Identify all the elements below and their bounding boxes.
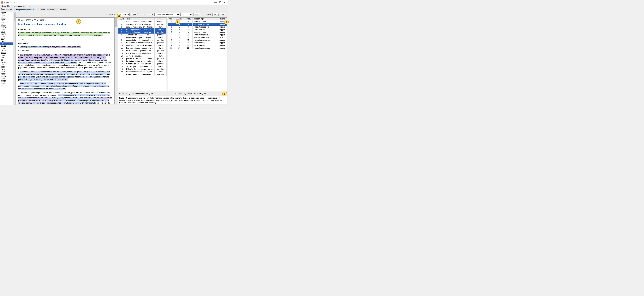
tab[interactable]: Independent Annotation: [14, 8, 36, 12]
document-row[interactable]: 1266: [0, 36, 13, 38]
ac-table[interactable]: AC Id Text Type 1Sería un ahorro de ener…: [118, 18, 167, 91]
tab[interactable]: Evaluation: [56, 8, 68, 12]
document-row[interactable]: 19109: [0, 64, 13, 66]
ac-row[interactable]: 20No es necesario recurrir a ayudas ...c…: [118, 71, 166, 73]
document-row[interactable]: 1419: [0, 40, 13, 43]
ac-header-text: Text: [126, 18, 154, 20]
document-row[interactable]: 19853: [0, 71, 13, 73]
ar-table[interactable]: AR Id AC Id 1 AC Id 2 Relation Type Inte…: [168, 18, 227, 91]
ar-row[interactable]: 71415contrast: oppositionattack: [168, 36, 227, 39]
document-row[interactable]: 2121: [0, 82, 13, 85]
comments-header: Comments:: [18, 42, 112, 45]
window-buttons: — ☐ ✕: [214, 1, 227, 4]
ac-row[interactable]: 21Estas cosas siempre se pueden p...prem…: [118, 73, 166, 76]
document-row[interactable]: 19024: [0, 61, 13, 64]
document-list-scrollbar[interactable]: [13, 12, 16, 105]
document-row[interactable]: 1918: [0, 66, 13, 68]
ac-row[interactable]: 1Sería un ahorro de energía consid...maj…: [118, 20, 166, 23]
ac-row[interactable]: 4Esa pregunta está mal formulada, ...cla…: [118, 28, 166, 31]
ac-row[interactable]: 15pero no es rentable para el Ayunta...p…: [118, 57, 166, 60]
ar-row[interactable]: 5109cause: conditionsupport: [168, 31, 227, 34]
ac-row[interactable]: 10dudo mucho que no se reciclen la...cla…: [118, 44, 166, 47]
ac-row[interactable]: 7Informate tu porque los paneles du...cl…: [118, 36, 166, 39]
ac-row[interactable]: 12La vida útil de los paneles es bast...…: [118, 49, 166, 52]
document-row[interactable]: 1284: [0, 38, 13, 40]
callout-3: 3: [176, 20, 180, 25]
comment-1: > Si te importa el Medio Ambiente igual …: [18, 46, 112, 48]
ar-header-rel: Relation Type: [192, 18, 218, 20]
document-row[interactable]: 20389: [0, 75, 13, 78]
tab[interactable]: Assisted Annotation: [36, 8, 56, 12]
ar-row[interactable]: 101820cause: reasonsupport: [168, 44, 227, 47]
menu-help[interactable]: Help: [7, 5, 11, 7]
ac-row[interactable]: 13Apoyo totalmente esta propuesta y ...c…: [118, 52, 166, 55]
document-list[interactable]: 1019510675106871085109109961113411141121…: [0, 12, 13, 105]
callout-1: 1: [76, 19, 81, 24]
results-scrollbar[interactable]: [114, 18, 117, 104]
maximize-icon[interactable]: ☐: [219, 1, 221, 4]
document-row[interactable]: 15711: [0, 45, 13, 47]
delete-ac-button[interactable]: AC: [212, 13, 219, 16]
ar-header-id: AR Id: [168, 18, 175, 20]
document-row[interactable]: 21...: [0, 85, 13, 87]
ac-row[interactable]: 16La rentabilidad no se mide solo en...c…: [118, 60, 166, 63]
document-row[interactable]: 15970: [0, 47, 13, 50]
work-area: 55 results [2022-10-28 16:19:03] Instala…: [16, 18, 227, 104]
ar-row[interactable]: 81617elaboration: precisi...support: [168, 39, 227, 42]
proposal-id: Proposal: [152]: [18, 28, 112, 31]
ac-row[interactable]: 8porque todavía no hay paneles de ...pre…: [118, 39, 166, 42]
document-row[interactable]: 1121: [0, 31, 13, 33]
ar-row[interactable]: 478cause: reasonsupport: [168, 28, 227, 31]
ac-row[interactable]: 9Pues no es mi intención mentir a n...pr…: [118, 42, 166, 44]
ac-table-header: AC Id Text Type: [118, 18, 166, 20]
ar-intent-select[interactable]: support: [180, 13, 192, 16]
ar-row[interactable]: 91819cause: reasonsupport: [168, 42, 227, 44]
delete-ar-button[interactable]: AR: [220, 13, 226, 16]
ar-row[interactable]: 112021elaboration: precisi...support: [168, 47, 227, 49]
scroll-thumb[interactable]: [14, 13, 15, 21]
menu-docs[interactable]: Docs: [2, 5, 6, 7]
document-row[interactable]: 10675: [0, 14, 13, 17]
document-row[interactable]: 10195: [0, 12, 13, 14]
ac-row[interactable]: 18Yo creo que la propuesta está mal ...c…: [118, 65, 166, 68]
document-row[interactable]: 1937: [0, 68, 13, 71]
document-row[interactable]: 21171: [0, 80, 13, 82]
document-row[interactable]: 152: [0, 43, 13, 45]
document-row[interactable]: 12131: [0, 33, 13, 36]
main-area: Annotate AC: premise Add Annotate AR: el…: [16, 12, 228, 105]
document-row[interactable]: 1863: [0, 57, 13, 59]
ac-row[interactable]: 2Si te importa el Medio Ambientepremise: [118, 23, 166, 26]
ac-row[interactable]: 14Apoyo la propuesta,claim: [118, 55, 166, 57]
close-icon[interactable]: ✕: [224, 1, 226, 4]
body: 1019510675106871085109109961113411141121…: [0, 12, 228, 105]
document-row[interactable]: 10687: [0, 17, 13, 19]
document-row[interactable]: 1114: [0, 29, 13, 31]
results-box[interactable]: 55 results [2022-10-28 16:19:03] Instala…: [16, 18, 114, 104]
ac-row[interactable]: 5Y debería informase la gente de lo...pr…: [118, 31, 166, 34]
minimize-icon[interactable]: —: [214, 1, 216, 4]
document-row[interactable]: 1824: [0, 54, 13, 57]
document-row[interactable]: 15996: [0, 52, 13, 54]
document-row[interactable]: 20657: [0, 78, 13, 80]
document-row[interactable]: 109: [0, 21, 13, 24]
document-row[interactable]: 10996: [0, 24, 13, 26]
document-row[interactable]: 11134: [0, 26, 13, 29]
document-row[interactable]: 19914: [0, 73, 13, 75]
ac-row[interactable]: 17Esta idea de verlo todo a través de ..…: [118, 63, 166, 65]
document-row[interactable]: 1085: [0, 19, 13, 21]
comment-2: > O esta otra.: [18, 50, 112, 52]
ac-row[interactable]: 11Los materiales con los que se con...cl…: [118, 47, 166, 49]
ac-row[interactable]: 19El hecho de tener placas solares e...p…: [118, 68, 166, 71]
ar-row[interactable]: 61112elaboration: precisi...support: [168, 34, 227, 36]
ac-row[interactable]: 3igual apoyarías también esta prop...cla…: [118, 26, 166, 28]
add-ar-button[interactable]: Add: [193, 13, 200, 16]
annotate-ar-label: Annotate AR:: [143, 14, 154, 16]
ar-relation-select[interactable]: elaboration: precision: [154, 13, 179, 16]
add-ac-button[interactable]: Add: [131, 13, 138, 16]
ar-row[interactable]: 356elaboration: additionsupport: [168, 26, 227, 28]
document-list-label: Document list:: [1, 8, 12, 10]
scroll-thumb[interactable]: [115, 18, 117, 27]
document-row[interactable]: 15978: [0, 50, 13, 52]
document-row[interactable]: 19: [0, 59, 13, 61]
ac-row[interactable]: 6Y después de 20-25 años de vida ...prem…: [118, 34, 166, 36]
